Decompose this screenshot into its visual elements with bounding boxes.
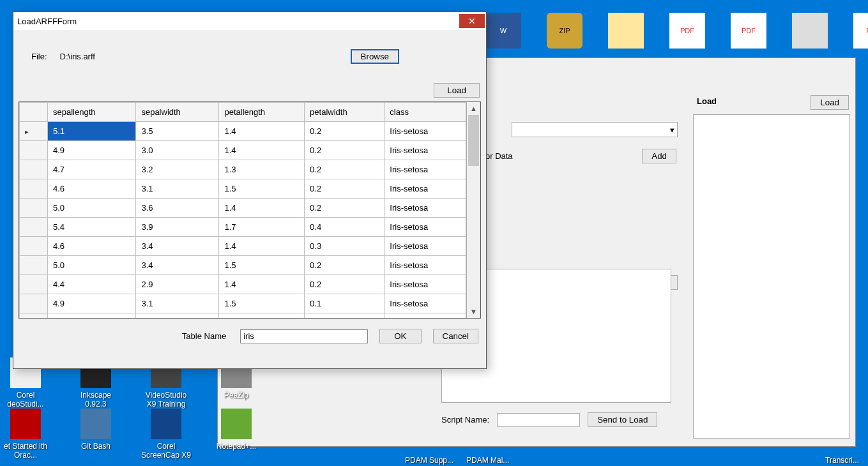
col-header[interactable]: petalwidth [305, 103, 385, 122]
cell[interactable]: 3.1 [136, 179, 219, 199]
row-header[interactable] [20, 199, 48, 218]
taskbar-item[interactable]: PDAM Mai... [466, 456, 509, 465]
taskbar-item[interactable]: Transcri... [825, 456, 859, 465]
desktop-icon[interactable] [792, 13, 828, 49]
cell[interactable]: 4.6 [48, 237, 136, 256]
cell[interactable]: Iris-setosa [385, 313, 466, 319]
cell[interactable]: 3.7 [136, 313, 219, 319]
cell[interactable]: Iris-setosa [385, 275, 466, 294]
desktop-icon[interactable] [608, 13, 644, 49]
row-header[interactable] [20, 218, 48, 237]
cell[interactable]: 3.0 [136, 141, 219, 160]
table-row[interactable]: 5.43.71.50.2Iris-setosa [20, 313, 466, 319]
table-row[interactable]: 4.93.11.50.1Iris-setosa [20, 294, 466, 313]
desktop-icon[interactable]: W [485, 13, 521, 49]
col-header[interactable]: sepalwidth [136, 103, 219, 122]
cell[interactable]: 1.5 [219, 256, 305, 275]
cell[interactable]: Iris-setosa [385, 237, 466, 256]
row-header[interactable] [20, 313, 48, 319]
table-row[interactable]: 5.03.61.40.2Iris-setosa [20, 199, 466, 218]
bg-add-button[interactable]: Add [642, 149, 676, 163]
cell[interactable]: 0.1 [305, 294, 385, 313]
desktop-icon[interactable]: Git Bash [70, 409, 121, 460]
cell[interactable]: 0.2 [305, 275, 385, 294]
table-row[interactable]: 4.73.21.30.2Iris-setosa [20, 160, 466, 179]
cell[interactable]: 0.2 [305, 160, 385, 179]
cell[interactable]: 4.4 [48, 275, 136, 294]
row-header[interactable] [20, 141, 48, 160]
cell[interactable]: 3.4 [136, 237, 219, 256]
ok-button[interactable]: OK [379, 329, 421, 343]
row-header[interactable] [20, 237, 48, 256]
row-header[interactable] [20, 122, 48, 141]
scroll-down-icon[interactable]: ▼ [467, 305, 480, 318]
cell[interactable]: 1.5 [219, 294, 305, 313]
cell[interactable]: Iris-setosa [385, 294, 466, 313]
data-grid[interactable]: sepallengthsepalwidthpetallengthpetalwid… [19, 101, 481, 319]
cell[interactable]: 0.2 [305, 313, 385, 319]
cell[interactable]: 1.4 [219, 122, 305, 141]
taskbar-item[interactable]: PDAM Supp... [405, 456, 453, 465]
cell[interactable]: 4.9 [48, 141, 136, 160]
modal-load-button[interactable]: Load [434, 83, 480, 98]
cell[interactable]: Iris-setosa [385, 141, 466, 160]
cell[interactable]: 4.7 [48, 160, 136, 179]
cell[interactable]: 5.4 [48, 313, 136, 319]
cell[interactable]: 0.2 [305, 141, 385, 160]
browse-button[interactable]: Browse [351, 49, 399, 64]
table-row[interactable]: 4.63.11.50.2Iris-setosa [20, 179, 466, 199]
cell[interactable]: 1.4 [219, 237, 305, 256]
col-header[interactable]: class [385, 103, 466, 122]
cell[interactable]: 3.1 [136, 294, 219, 313]
table-row[interactable]: 5.13.51.40.2Iris-setosa [20, 122, 466, 141]
cell[interactable]: 5.1 [48, 122, 136, 141]
desktop-icon[interactable]: et Started ith Orac... [0, 409, 51, 460]
scroll-thumb[interactable] [468, 115, 479, 166]
row-header[interactable] [20, 179, 48, 199]
desktop-icon[interactable]: PDF [731, 13, 766, 49]
cell[interactable]: 1.7 [219, 218, 305, 237]
col-header[interactable]: petallength [219, 103, 305, 122]
desktop-icon[interactable]: PDF [669, 13, 705, 49]
cell[interactable]: 5.4 [48, 218, 136, 237]
table-row[interactable]: 5.43.91.70.4Iris-setosa [20, 218, 466, 237]
cell[interactable]: 3.4 [136, 256, 219, 275]
cell[interactable]: 1.4 [219, 199, 305, 218]
bg-load-button[interactable]: Load [811, 95, 849, 110]
cancel-button[interactable]: Cancel [433, 329, 479, 343]
cell[interactable]: 1.4 [219, 141, 305, 160]
desktop-icon[interactable]: ZIP [547, 13, 582, 49]
cell[interactable]: 1.5 [219, 313, 305, 319]
cell[interactable]: 0.3 [305, 237, 385, 256]
cell[interactable]: Iris-setosa [385, 122, 466, 141]
row-header[interactable] [20, 275, 48, 294]
cell[interactable]: 3.6 [136, 199, 219, 218]
bg-dropdown[interactable]: ▾ [512, 122, 678, 137]
cell[interactable]: 0.2 [305, 256, 385, 275]
cell[interactable]: 5.0 [48, 199, 136, 218]
cell[interactable]: Iris-setosa [385, 199, 466, 218]
cell[interactable]: 0.2 [305, 179, 385, 199]
cell[interactable]: 0.2 [305, 199, 385, 218]
cell[interactable]: 0.2 [305, 122, 385, 141]
close-button[interactable]: ✕ [459, 14, 485, 28]
grid-scrollbar[interactable]: ▲ ▼ [466, 102, 480, 318]
cell[interactable]: 4.9 [48, 294, 136, 313]
cell[interactable]: 1.4 [219, 275, 305, 294]
cell[interactable]: Iris-setosa [385, 160, 466, 179]
row-header[interactable] [20, 160, 48, 179]
cell[interactable]: 0.4 [305, 218, 385, 237]
send-to-load-button[interactable]: Send to Load [588, 412, 657, 427]
cell[interactable]: Iris-setosa [385, 218, 466, 237]
desktop-icon[interactable]: PD [853, 13, 868, 49]
cell[interactable]: Iris-setosa [385, 179, 466, 199]
row-header[interactable] [20, 256, 48, 275]
scroll-up-icon[interactable]: ▲ [467, 102, 480, 115]
cell[interactable]: 1.5 [219, 179, 305, 199]
cell[interactable]: 3.5 [136, 122, 219, 141]
cell[interactable]: 4.6 [48, 179, 136, 199]
desktop-icon[interactable]: Notepad+... [211, 409, 262, 460]
script-name-input[interactable] [497, 413, 580, 427]
desktop-icon[interactable]: Corel ScreenCap X9 [141, 409, 192, 460]
table-row[interactable]: 5.03.41.50.2Iris-setosa [20, 256, 466, 275]
